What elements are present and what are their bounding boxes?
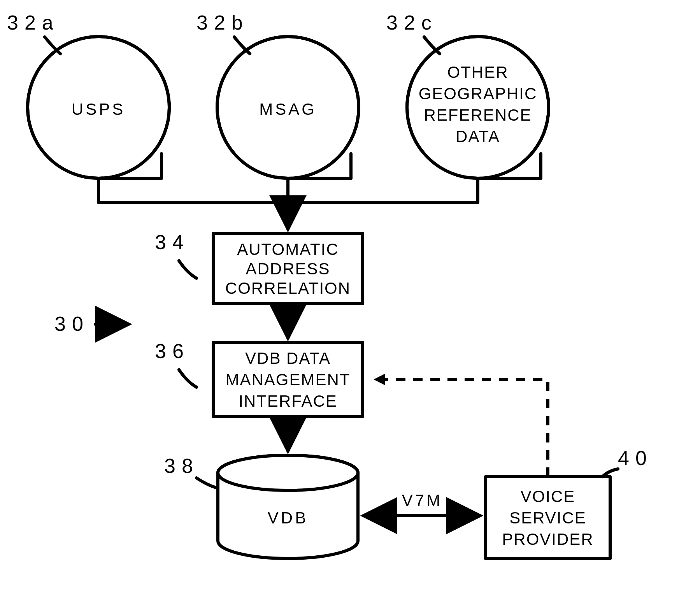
svg-point-31: [218, 455, 358, 490]
svg-text:32a: 32a: [7, 11, 60, 34]
cylinder-vdb: VDB: [218, 455, 358, 558]
svg-text:VOICE: VOICE: [521, 487, 575, 506]
vdb-label: VDB: [268, 509, 308, 527]
svg-text:PROVIDER: PROVIDER: [502, 530, 593, 548]
svg-text:30: 30: [54, 313, 89, 335]
ref-32a: 32a: [7, 11, 60, 54]
box-vdb-management: VDB DATA MANAGEMENT INTERFACE: [213, 342, 363, 416]
svg-text:MANAGEMENT: MANAGEMENT: [225, 370, 350, 389]
svg-text:ADDRESS: ADDRESS: [246, 260, 330, 278]
svg-text:AUTOMATIC: AUTOMATIC: [237, 240, 339, 258]
svg-text:32c: 32c: [386, 11, 438, 34]
bus-sources: [98, 178, 478, 229]
svg-text:34: 34: [155, 231, 190, 253]
svg-text:32b: 32b: [196, 11, 249, 34]
svg-text:40: 40: [618, 447, 653, 469]
ref-30: 30: [54, 313, 128, 335]
svg-text:INTERFACE: INTERFACE: [239, 392, 337, 410]
ref-38: 38: [164, 455, 216, 488]
svg-text:38: 38: [164, 455, 199, 477]
svg-text:GEOGRAPHIC: GEOGRAPHIC: [419, 84, 537, 103]
ref-32b: 32b: [196, 11, 250, 54]
link-vdb-vsp: V7M: [364, 491, 480, 516]
svg-text:VDB DATA: VDB DATA: [245, 349, 331, 367]
svg-text:SERVICE: SERVICE: [509, 509, 586, 527]
msag-label: MSAG: [259, 100, 317, 118]
box-correlation: AUTOMATIC ADDRESS CORRELATION: [213, 234, 363, 304]
ref-40: 40: [602, 447, 653, 477]
svg-text:36: 36: [155, 340, 190, 362]
v7m-label: V7M: [402, 491, 442, 509]
link-vsp-to-vdbm-dashed: [374, 374, 548, 477]
svg-text:REFERENCE: REFERENCE: [424, 106, 532, 124]
box-voice-service-provider: VOICE SERVICE PROVIDER: [486, 477, 610, 558]
source-usps: USPS: [28, 37, 169, 178]
svg-text:OTHER: OTHER: [447, 63, 509, 81]
ref-36: 36: [155, 340, 196, 387]
ref-34: 34: [155, 231, 196, 278]
source-msag: MSAG: [217, 37, 359, 178]
svg-text:DATA: DATA: [456, 127, 500, 146]
source-other: OTHER GEOGRAPHIC REFERENCE DATA: [407, 37, 549, 178]
ref-32c: 32c: [386, 11, 440, 54]
usps-label: USPS: [72, 100, 125, 118]
diagram-root: USPS 32a MSAG 32b OTHER GEOGRAPHIC REFER…: [0, 0, 700, 611]
svg-text:CORRELATION: CORRELATION: [225, 279, 351, 297]
